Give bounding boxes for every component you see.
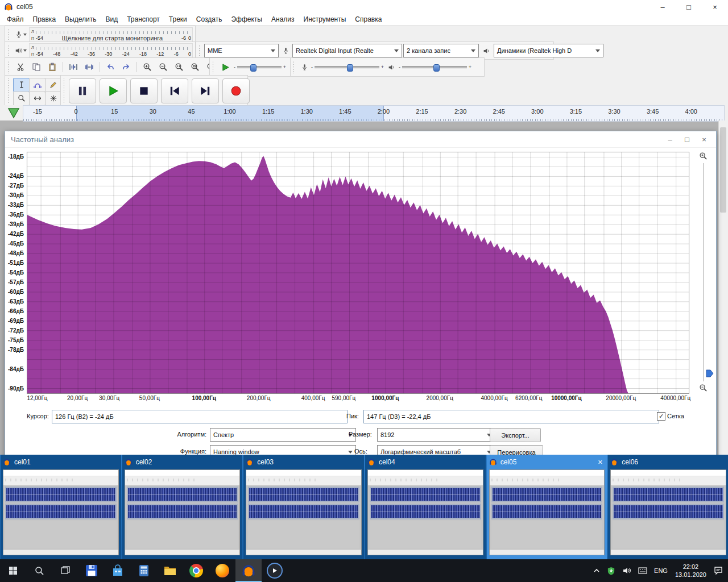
recording-meter[interactable]: Л П -54Щёлкните для старта мониторинга-6…: [29, 27, 193, 42]
undo-button[interactable]: [103, 60, 118, 74]
trim-outside-button[interactable]: [66, 60, 81, 74]
taskbar-preview[interactable]: cel02: [122, 455, 243, 559]
toolbar-grip[interactable]: [198, 44, 201, 57]
redo-button[interactable]: [119, 60, 134, 74]
grid-checkbox[interactable]: ✓: [657, 412, 665, 421]
menu-item[interactable]: Транспорт: [122, 15, 164, 23]
zoom-in-button[interactable]: [140, 60, 155, 74]
zoom-slider-thumb[interactable]: [706, 369, 714, 378]
taskbar-preview[interactable]: cel06: [608, 455, 728, 559]
play-speed-slider[interactable]: - +: [234, 64, 286, 70]
app-save-icon[interactable]: [78, 559, 105, 582]
menu-item[interactable]: Создать: [192, 15, 227, 23]
recording-volume-thumb[interactable]: [347, 64, 353, 72]
toolbar-grip[interactable]: [63, 78, 65, 104]
dialog-minimize-button[interactable]: –: [661, 132, 679, 147]
tray-expand-icon[interactable]: [590, 559, 603, 582]
cursor-field[interactable]: 126 Гц (B2) = -24 дБ: [52, 410, 348, 423]
toolbar-grip[interactable]: [7, 78, 10, 104]
app-calculator-icon[interactable]: [131, 559, 157, 582]
taskbar-preview[interactable]: cel01: [1, 455, 121, 559]
taskbar-preview[interactable]: cel05×: [487, 455, 607, 559]
toolbar-grip[interactable]: [7, 28, 10, 41]
envelope-tool-button[interactable]: [29, 78, 46, 92]
stop-button[interactable]: [130, 78, 158, 103]
timeshift-tool-button[interactable]: [29, 92, 46, 106]
zoom-selection-button[interactable]: [172, 60, 187, 74]
zoom-slider-track[interactable]: [703, 163, 704, 381]
app-chrome-icon[interactable]: [183, 559, 209, 582]
skip-to-end-button[interactable]: [192, 78, 219, 103]
play-button[interactable]: [100, 78, 127, 103]
silence-selection-button[interactable]: [82, 60, 97, 74]
dialog-maximize-button[interactable]: □: [679, 132, 696, 147]
spectrum-plot[interactable]: [27, 152, 689, 394]
timeline-ruler[interactable]: -1501530451:001:151:301:452:002:152:302:…: [23, 105, 725, 122]
zoom-in-magnifier-icon[interactable]: [699, 152, 708, 161]
channels-select[interactable]: 2 канала запис: [403, 44, 479, 57]
search-icon[interactable]: [26, 559, 52, 582]
record-monitor-hint[interactable]: Щёлкните для старта мониторинга: [46, 35, 179, 41]
algorithm-select[interactable]: Спектр: [210, 428, 356, 442]
zoom-out-button[interactable]: [156, 60, 171, 74]
menu-item[interactable]: Выделить: [60, 15, 101, 23]
taskbar-preview[interactable]: cel03: [243, 455, 364, 559]
paste-button[interactable]: [45, 60, 60, 74]
timeline-pin-button[interactable]: [7, 106, 20, 119]
tray-language-indicator[interactable]: ENG: [651, 559, 671, 582]
recording-volume-slider[interactable]: - +: [311, 64, 384, 70]
cut-button[interactable]: [13, 60, 28, 74]
record-button[interactable]: [222, 78, 250, 103]
record-meter-mic-icon[interactable]: [13, 27, 28, 42]
menu-item[interactable]: Правка: [28, 15, 61, 23]
zoom-out-magnifier-icon[interactable]: [699, 384, 708, 393]
playback-volume-thumb[interactable]: [433, 64, 440, 72]
zoom-tool-button[interactable]: [13, 92, 30, 106]
draw-tool-button[interactable]: [45, 78, 61, 92]
export-button[interactable]: Экспорт...: [490, 428, 541, 442]
dialog-close-button[interactable]: ×: [696, 132, 713, 147]
menu-item[interactable]: Эффекты: [226, 15, 267, 23]
host-select[interactable]: MME: [204, 44, 279, 57]
menu-item[interactable]: Треки: [164, 15, 192, 23]
task-view-button[interactable]: [52, 559, 78, 582]
toolbar-grip[interactable]: [7, 44, 10, 57]
menu-item[interactable]: Анализ: [267, 15, 299, 23]
skip-to-start-button[interactable]: [161, 78, 188, 103]
menu-item[interactable]: Справка: [350, 15, 386, 23]
dialog-titlebar[interactable]: Частотный анализ – □ ×: [5, 131, 716, 148]
size-select[interactable]: 8192: [377, 428, 495, 442]
tray-keyboard-icon[interactable]: [635, 559, 650, 582]
tray-clock[interactable]: 22:02 13.01.2020: [672, 563, 710, 579]
play-at-speed-button[interactable]: [218, 60, 233, 74]
start-button[interactable]: [0, 559, 26, 582]
app-audacity-icon[interactable]: [235, 559, 262, 582]
peak-field[interactable]: 147 Гц (D3) = -22,4 дБ: [363, 410, 659, 423]
preview-close-button[interactable]: ×: [595, 458, 605, 467]
multi-tool-button[interactable]: [45, 92, 61, 106]
toolbar-grip[interactable]: [212, 60, 214, 74]
play-speed-slider-thumb[interactable]: [250, 64, 257, 72]
vertical-scrollbar[interactable]: [718, 120, 728, 456]
app-media-player-icon[interactable]: [262, 559, 288, 582]
app-store-icon[interactable]: [105, 559, 131, 582]
zoom-project-button[interactable]: [188, 60, 202, 74]
output-device-select[interactable]: Динамики (Realtek High D: [494, 44, 603, 57]
input-device-select[interactable]: Realtek Digital Input (Realte: [292, 44, 402, 57]
menu-item[interactable]: Файл: [2, 15, 28, 23]
scrollbar-thumb[interactable]: [720, 127, 726, 213]
pause-button[interactable]: [69, 78, 96, 103]
playback-volume-slider[interactable]: - +: [399, 64, 471, 70]
app-firefox-icon[interactable]: [209, 559, 235, 582]
play-meter-speaker-icon[interactable]: [13, 43, 28, 58]
window-close-button[interactable]: ×: [702, 0, 728, 14]
selection-tool-button[interactable]: [13, 78, 30, 92]
playback-meter[interactable]: Л П -54-48-42-36-30-24-18-12-60: [29, 43, 193, 58]
menu-item[interactable]: Вид: [101, 15, 122, 23]
tray-download-shield-icon[interactable]: [604, 559, 618, 582]
taskbar-preview[interactable]: cel04: [365, 455, 486, 559]
window-maximize-button[interactable]: □: [676, 0, 702, 14]
tray-volume-icon[interactable]: [619, 559, 634, 582]
menu-item[interactable]: Инструменты: [299, 15, 351, 23]
window-minimize-button[interactable]: –: [650, 0, 676, 14]
